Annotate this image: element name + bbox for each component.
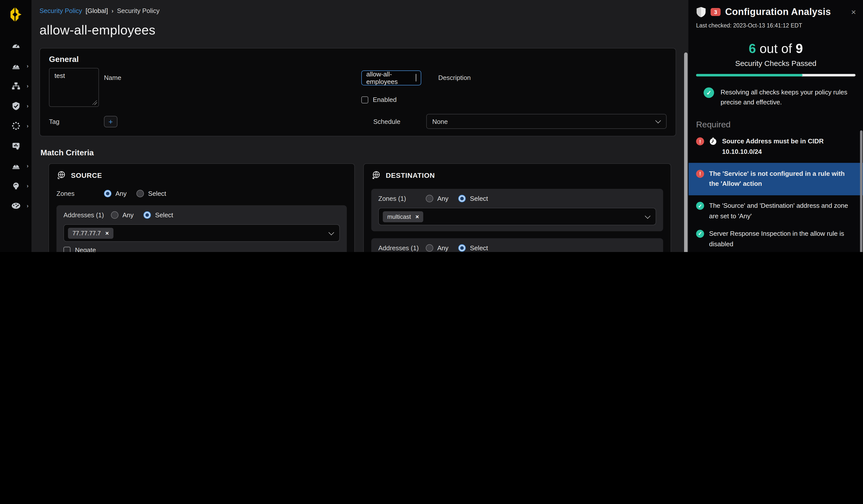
addresses-label: Addresses (1) — [63, 211, 111, 219]
panel-scrollbar[interactable] — [860, 130, 863, 252]
breadcrumb-scope: [Global] — [86, 7, 108, 14]
zone-chip: multicast — [383, 211, 424, 222]
check-item[interactable]: Server Response Inspection in the allow … — [689, 225, 863, 252]
main-content: Security Policy [Global] Security Policy… — [32, 0, 688, 252]
zones-label: Zones (1) — [378, 195, 426, 202]
network-icon — [11, 81, 21, 91]
breadcrumb: Security Policy [Global] Security Policy — [39, 7, 676, 14]
description-label: Description — [438, 74, 471, 82]
dashboard-icon — [11, 41, 21, 51]
radio-option[interactable]: Select — [459, 195, 488, 202]
radio-icon — [459, 244, 466, 252]
schedule-value: None — [432, 118, 448, 125]
sidebar-item-monitor[interactable] — [0, 196, 32, 216]
dest-zone-select[interactable]: multicast — [378, 208, 656, 225]
main-scrollbar[interactable] — [684, 0, 688, 252]
sidebar-item-incident[interactable] — [0, 156, 32, 176]
radio-option[interactable]: Any — [111, 211, 134, 219]
addresses-label: Addresses (1) — [378, 244, 426, 252]
checks-progress-bar — [696, 74, 855, 76]
close-icon[interactable] — [851, 8, 856, 16]
check-item[interactable]: Source Address must be in CIDR 10.10.10.… — [689, 133, 863, 161]
dest-zones-subsection: Zones (1) AnySelect multicast — [371, 189, 663, 231]
radio-option[interactable]: Select — [459, 244, 488, 252]
gauge-icon — [10, 201, 21, 211]
status-icon — [696, 230, 704, 238]
chevron-down-icon — [655, 118, 661, 123]
chip-label: multicast — [387, 213, 411, 220]
required-checks-list: Source Address must be in CIDR 10.10.10.… — [689, 133, 863, 252]
alarm-icon — [11, 61, 21, 71]
status-icon — [696, 202, 704, 210]
bulb-icon — [11, 181, 21, 191]
radio-option[interactable]: Select — [144, 211, 173, 219]
scrollbar-thumb[interactable] — [684, 52, 688, 252]
text-caret — [415, 74, 416, 82]
enabled-checkbox-row[interactable]: Enabled — [361, 94, 421, 106]
panel-title: Configuration Analysis — [725, 7, 847, 17]
issue-count-badge: 3 — [711, 8, 721, 16]
source-title: SOURCE — [71, 171, 102, 179]
sidebar-item-network[interactable] — [0, 76, 32, 96]
zones-label: Zones — [57, 190, 104, 197]
sidebar-item-dashboard[interactable] — [0, 36, 32, 56]
radio-icon — [111, 211, 118, 219]
radio-icon — [426, 244, 433, 252]
sidebar-item-activity[interactable] — [0, 116, 32, 136]
general-heading: General — [49, 55, 667, 64]
radio-icon — [104, 190, 111, 197]
passed-count: 6 — [749, 41, 756, 56]
chevron-right-icon — [27, 163, 28, 169]
remove-icon[interactable] — [105, 229, 109, 237]
sidebar-item-alarm[interactable] — [0, 56, 32, 76]
check-item[interactable]: The 'Source' and 'Destination' address a… — [689, 197, 863, 225]
resolve-note: Resolving all checks keeps your policy r… — [704, 87, 851, 107]
check-item[interactable]: The 'Service' is not configured in a rul… — [689, 163, 863, 195]
address-chip: 77.77.77.7 — [68, 228, 113, 239]
check-circle-icon — [704, 87, 714, 98]
radio-option[interactable]: Any — [426, 195, 449, 202]
source-negate-row[interactable]: Negate — [63, 246, 340, 252]
zones-radio-group: AnySelect — [426, 195, 488, 202]
chevron-down-icon — [645, 213, 651, 218]
brand-logo-icon[interactable] — [7, 6, 24, 23]
incident-dome-icon — [11, 161, 21, 171]
source-globe-icon — [57, 170, 66, 180]
chip-label: 77.77.77.7 — [73, 229, 101, 237]
destination-title: DESTINATION — [386, 171, 435, 179]
chevron-right-icon — [27, 63, 28, 69]
sidebar-item-shield-check[interactable] — [0, 96, 32, 116]
source-address-select[interactable]: 77.77.77.7 — [63, 224, 340, 242]
remove-icon[interactable] — [415, 213, 419, 220]
checks-summary: 6 out of 9 Security Checks Passed — [689, 41, 863, 67]
chevron-down-icon — [328, 229, 334, 235]
destination-globe-icon — [371, 170, 381, 180]
match-criteria-heading: Match Criteria — [40, 148, 676, 158]
enabled-label: Enabled — [373, 96, 397, 104]
schedule-select[interactable]: None — [426, 114, 667, 129]
progress-fill — [696, 74, 802, 76]
description-input[interactable]: test — [49, 68, 99, 107]
name-value: allow-all-employees — [366, 71, 415, 85]
app-window: ★ ⚙ 6 ? an Security Policy [Global] Secu… — [0, 0, 863, 252]
add-tag-button[interactable]: + — [104, 116, 117, 127]
radio-option[interactable]: Select — [137, 190, 166, 197]
breadcrumb-link[interactable]: Security Policy — [39, 7, 82, 14]
zones-radio-group: AnySelect — [104, 190, 166, 197]
chevron-right-icon — [27, 123, 28, 129]
sidebar-item-insight[interactable] — [0, 176, 32, 196]
source-addresses-subsection: Addresses (1) AnySelect 77.77.77.7 Negat… — [57, 205, 347, 252]
sidebar-item-report[interactable] — [0, 136, 32, 156]
radio-option[interactable]: Any — [104, 190, 127, 197]
page-title: allow-all-employees — [39, 23, 676, 38]
name-input[interactable]: allow-all-employees — [361, 71, 421, 85]
enabled-checkbox[interactable] — [361, 97, 368, 103]
addresses-radio-group: AnySelect — [111, 211, 173, 219]
negate-checkbox[interactable] — [63, 247, 71, 252]
status-icon — [696, 169, 704, 178]
negate-label: Negate — [75, 246, 96, 252]
radio-option[interactable]: Any — [426, 244, 449, 252]
destination-panel: DESTINATION Zones (1) AnySelect multicas… — [363, 163, 671, 252]
general-section: General Name allow-all-employees Descrip… — [39, 48, 676, 136]
chevron-right-icon — [27, 83, 28, 89]
